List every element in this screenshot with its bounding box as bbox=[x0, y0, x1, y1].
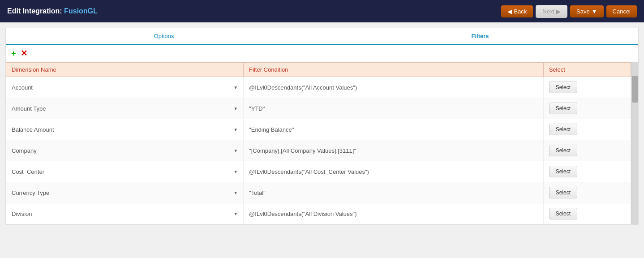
table-row: Division ▼ @ILvl0Descendants("All Divisi… bbox=[6, 203, 631, 224]
page-title: Edit Integration: FusionGL bbox=[7, 7, 98, 15]
select-cell: Select bbox=[543, 203, 631, 224]
col-header-dimension: Dimension Name bbox=[6, 63, 244, 77]
table-row: Account ▼ @ILvl0Descendants("All Account… bbox=[6, 77, 631, 98]
col-header-filter: Filter Condition bbox=[244, 63, 544, 77]
filter-condition-cell: "[Company].[All Company Values].[3111]" bbox=[244, 140, 544, 161]
table-row: Company ▼ "[Company].[All Company Values… bbox=[6, 140, 631, 161]
tab-options[interactable]: Options bbox=[6, 28, 322, 44]
next-arrow-icon: ▶ bbox=[556, 8, 561, 15]
dimension-dropdown-icon[interactable]: ▼ bbox=[233, 169, 238, 174]
filter-toolbar: + ✕ bbox=[6, 45, 638, 62]
select-cell: Select bbox=[543, 119, 631, 140]
select-cell: Select bbox=[543, 98, 631, 119]
select-cell: Select bbox=[543, 77, 631, 98]
select-cell: Select bbox=[543, 161, 631, 182]
dimension-name: Amount Type bbox=[12, 105, 46, 112]
dimension-cell: Currency Type ▼ bbox=[6, 182, 244, 203]
filter-condition-text: @ILvl0Descendants("All Cost_Center Value… bbox=[249, 168, 369, 175]
dimension-dropdown-icon[interactable]: ▼ bbox=[233, 148, 238, 153]
back-arrow-icon: ◀ bbox=[507, 8, 512, 15]
title-name: FusionGL bbox=[64, 7, 98, 15]
add-filter-button[interactable]: + bbox=[11, 49, 16, 58]
select-cell: Select bbox=[543, 182, 631, 203]
scrollbar-track[interactable] bbox=[631, 62, 638, 224]
cancel-label: Cancel bbox=[613, 8, 631, 15]
save-dropdown-icon: ▼ bbox=[592, 8, 597, 15]
back-label: Back bbox=[514, 8, 527, 15]
dimension-cell: Balance Amount ▼ bbox=[6, 119, 244, 140]
filter-condition-cell: @ILvl0Descendants("All Division Values") bbox=[244, 203, 544, 224]
dimension-cell: Cost_Center ▼ bbox=[6, 161, 244, 182]
select-button[interactable]: Select bbox=[549, 166, 577, 177]
select-button[interactable]: Select bbox=[549, 187, 577, 198]
dimension-dropdown-icon[interactable]: ▼ bbox=[233, 211, 238, 216]
col-header-select: Select bbox=[543, 63, 631, 77]
table-header: Dimension Name Filter Condition Select bbox=[6, 63, 631, 77]
cancel-button[interactable]: Cancel bbox=[606, 5, 637, 17]
filter-condition-text: "Total" bbox=[249, 189, 266, 196]
table-row: Cost_Center ▼ @ILvl0Descendants("All Cos… bbox=[6, 161, 631, 182]
dimension-dropdown-icon[interactable]: ▼ bbox=[233, 190, 238, 195]
filter-condition-cell: @ILvl0Descendants("All Account Values") bbox=[244, 77, 544, 98]
save-label: Save bbox=[576, 8, 590, 15]
tab-bar: Options Filters bbox=[6, 28, 638, 45]
dimension-cell: Division ▼ bbox=[6, 203, 244, 224]
select-button[interactable]: Select bbox=[549, 103, 577, 114]
table-row: Balance Amount ▼ "Ending Balance"Select bbox=[6, 119, 631, 140]
filter-condition-text: "YTD" bbox=[249, 105, 265, 112]
filter-condition-cell: @ILvl0Descendants("All Cost_Center Value… bbox=[244, 161, 544, 182]
filter-condition-text: @ILvl0Descendants("All Account Values") bbox=[249, 84, 357, 91]
main-content: Options Filters + ✕ Dimension Name Filte… bbox=[0, 22, 644, 230]
dimension-dropdown-icon[interactable]: ▼ bbox=[233, 127, 238, 132]
filter-condition-text: "[Company].[All Company Values].[3111]" bbox=[249, 147, 356, 154]
filter-condition-cell: "Total" bbox=[244, 182, 544, 203]
save-button[interactable]: Save ▼ bbox=[570, 5, 604, 17]
filter-condition-text: "Ending Balance" bbox=[249, 126, 294, 133]
header-actions: ◀ Back Next ▶ Save ▼ Cancel bbox=[501, 5, 637, 18]
select-button[interactable]: Select bbox=[549, 208, 577, 219]
dimension-dropdown-icon[interactable]: ▼ bbox=[233, 85, 238, 90]
dimension-name: Company bbox=[12, 147, 37, 154]
filters-table: Dimension Name Filter Condition Select A… bbox=[6, 62, 631, 224]
title-prefix: Edit Integration: bbox=[7, 7, 64, 15]
dimension-dropdown-icon[interactable]: ▼ bbox=[233, 106, 238, 111]
dimension-cell: Account ▼ bbox=[6, 77, 244, 98]
select-button[interactable]: Select bbox=[549, 82, 577, 93]
select-cell: Select bbox=[543, 140, 631, 161]
dimension-name: Division bbox=[12, 211, 32, 217]
filter-condition-cell: "YTD" bbox=[244, 98, 544, 119]
tab-filters[interactable]: Filters bbox=[322, 28, 638, 44]
dimension-name: Account bbox=[12, 84, 33, 91]
dimension-name: Balance Amount bbox=[12, 126, 54, 133]
dimension-name: Currency Type bbox=[12, 189, 49, 196]
next-button: Next ▶ bbox=[536, 5, 567, 18]
dimension-cell: Amount Type ▼ bbox=[6, 98, 244, 119]
next-label: Next bbox=[542, 8, 554, 15]
table-wrapper: Dimension Name Filter Condition Select A… bbox=[6, 62, 638, 224]
remove-filter-button[interactable]: ✕ bbox=[21, 48, 27, 58]
content-card: Options Filters + ✕ Dimension Name Filte… bbox=[5, 28, 639, 225]
dimension-cell: Company ▼ bbox=[6, 140, 244, 161]
table-body: Account ▼ @ILvl0Descendants("All Account… bbox=[6, 77, 631, 224]
scrollbar-thumb[interactable] bbox=[632, 76, 638, 103]
back-button[interactable]: ◀ Back bbox=[501, 5, 533, 17]
filter-condition-cell: "Ending Balance" bbox=[244, 119, 544, 140]
table-row: Currency Type ▼ "Total"Select bbox=[6, 182, 631, 203]
dimension-name: Cost_Center bbox=[12, 168, 44, 175]
filter-condition-text: @ILvl0Descendants("All Division Values") bbox=[249, 211, 356, 217]
header: Edit Integration: FusionGL ◀ Back Next ▶… bbox=[0, 0, 644, 22]
select-button[interactable]: Select bbox=[549, 145, 577, 156]
select-button[interactable]: Select bbox=[549, 124, 577, 135]
table-row: Amount Type ▼ "YTD"Select bbox=[6, 98, 631, 119]
